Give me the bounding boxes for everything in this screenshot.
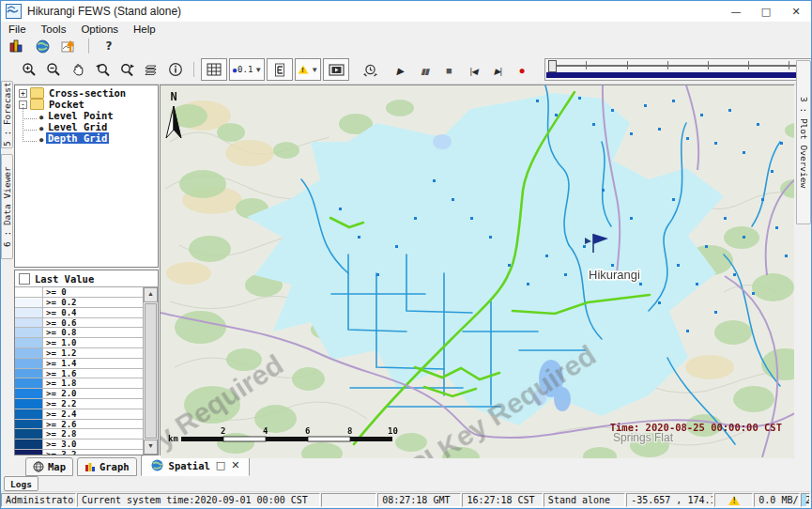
scrollbar-thumb[interactable]: [145, 303, 157, 439]
legend-row[interactable]: >= 0: [15, 287, 143, 298]
map-canvas[interactable]: API Key Required API Key Required N Hiku…: [161, 85, 795, 458]
chevron-down-icon: ▼: [311, 66, 318, 74]
scroll-up-icon[interactable]: ▲: [144, 287, 158, 302]
status-bar: Administrator Current system time:2020-0…: [1, 491, 811, 508]
logs-row: Logs: [1, 476, 811, 491]
legend-scrollbar[interactable]: ▲ ▼: [143, 287, 158, 455]
spatial-display-icon[interactable]: [31, 36, 54, 56]
legend-row[interactable]: >= 2.8: [15, 429, 143, 440]
tab-map[interactable]: Map: [25, 457, 73, 476]
last-value-label: Last Value: [35, 273, 94, 285]
legend-row[interactable]: >= 0.8: [15, 328, 143, 338]
tree-node-label[interactable]: Pocket: [47, 99, 86, 110]
tab-data-viewer[interactable]: 6 : Data Viewer: [1, 154, 13, 259]
scale-tick: 10: [388, 426, 398, 436]
help-button[interactable]: ?: [98, 36, 120, 56]
slider-handle[interactable]: [548, 60, 557, 72]
legend-row[interactable]: >= 2.4: [15, 409, 143, 420]
tree-node-depth-grid[interactable]: Depth Grid: [15, 132, 158, 144]
legend-row[interactable]: >= 1.6: [15, 369, 143, 379]
time-slider[interactable]: [544, 58, 812, 81]
stop-button[interactable]: [437, 59, 460, 80]
last-value-checkbox[interactable]: [19, 273, 30, 285]
zoom-previous-icon[interactable]: [91, 59, 114, 80]
pause-icon: [421, 61, 428, 78]
layers-icon[interactable]: [140, 59, 162, 80]
skip-to-start-button[interactable]: [462, 59, 484, 80]
legend-row[interactable]: >= 0.2: [15, 298, 143, 308]
menu-help[interactable]: Help: [126, 23, 163, 35]
menu-options[interactable]: Options: [73, 23, 126, 35]
legend-row[interactable]: >= 1.8: [15, 378, 143, 389]
legend-row[interactable]: >= 3.0: [15, 440, 143, 450]
time-navigator-icon[interactable]: [359, 59, 381, 80]
maximize-button[interactable]: □: [751, 1, 781, 22]
tree-connector: [23, 130, 37, 142]
help-glyph: ?: [106, 39, 113, 53]
legend-row[interactable]: >= 1.0: [15, 338, 143, 348]
zoom-out-icon[interactable]: [42, 59, 65, 80]
tree-node-label[interactable]: Level Point: [46, 110, 115, 121]
tree-node-cross-section[interactable]: + Cross-section: [15, 87, 158, 99]
warnings-dropdown[interactable]: ▼: [295, 58, 321, 81]
tab-graph[interactable]: Graph: [77, 457, 137, 476]
legend-rows: >= 0>= 0.2>= 0.4>= 0.6>= 0.8>= 1.0>= 1.2…: [15, 287, 143, 455]
close-panel-icon[interactable]: ✕: [231, 459, 239, 471]
legend-row[interactable]: >= 2.0: [15, 389, 143, 399]
tab-forecast[interactable]: 5 : Forecast: [1, 81, 13, 148]
zoom-next-icon[interactable]: [115, 59, 138, 80]
record-button[interactable]: [511, 59, 533, 80]
grid-display-icon[interactable]: [57, 36, 80, 56]
minimize-button[interactable]: —: [721, 1, 751, 22]
legend-row[interactable]: >= 2.6: [15, 420, 143, 430]
animation-movie-button[interactable]: [323, 58, 349, 81]
zoom-in-icon[interactable]: [18, 59, 40, 80]
play-button[interactable]: [389, 59, 411, 80]
contour-interval-dropdown[interactable]: ●0.1▼: [229, 58, 265, 81]
map-view[interactable]: API Key Required API Key Required N Hiku…: [160, 85, 794, 455]
globe-icon: [151, 459, 163, 471]
pan-hand-icon[interactable]: [67, 59, 89, 80]
slider-tick: [748, 61, 749, 69]
status-warning[interactable]: [714, 493, 753, 507]
legend-row-label: >= 1.6: [43, 369, 143, 378]
skip-to-end-button[interactable]: [486, 59, 509, 80]
legend-row[interactable]: >= 1.4: [15, 359, 143, 369]
menu-tools[interactable]: Tools: [34, 23, 74, 35]
toolbar-separator: [193, 62, 194, 77]
expand-icon[interactable]: +: [19, 89, 27, 98]
scroll-down-icon[interactable]: ▼: [144, 440, 158, 455]
legend-row[interactable]: >= 1.2: [15, 348, 143, 359]
tree-node-label[interactable]: Cross-section: [47, 87, 128, 99]
labels-toggle[interactable]: [267, 58, 293, 81]
tab-spatial-label: Spatial: [169, 460, 210, 471]
legend-panel: Last Value >= 0>= 0.2>= 0.4>= 0.6>= 0.8>…: [14, 270, 159, 455]
data-availability-bar: [546, 72, 812, 78]
logs-tab[interactable]: Logs: [4, 476, 38, 491]
legend-color-swatch: [15, 328, 43, 337]
tab-plot-overview[interactable]: 3 : Plot Overview: [796, 60, 811, 224]
status-network-speed: 0.0 MB/s: [754, 493, 800, 507]
legend-row-label: >= 2.0: [43, 389, 143, 398]
maximize-panel-icon[interactable]: □: [216, 459, 225, 471]
legend-row[interactable]: >= 3.2: [15, 450, 143, 455]
app-window: Hikurangi FEWS (Stand alone) — □ ✕ File …: [0, 0, 812, 509]
tree-node-label-selected[interactable]: Depth Grid: [46, 132, 109, 144]
grid-layer-toggle[interactable]: [201, 58, 227, 81]
legend-row[interactable]: >= 0.4: [15, 308, 143, 318]
legend-color-swatch: [15, 298, 43, 307]
legend-row[interactable]: >= 0.6: [15, 318, 143, 329]
tree-node-label[interactable]: Level Grid: [46, 121, 109, 132]
left-panel: + Cross-section - Pocket Level Point: [14, 85, 160, 455]
menu-file[interactable]: File: [1, 23, 34, 35]
legend-color-swatch: [15, 318, 43, 328]
close-button[interactable]: ✕: [781, 1, 811, 22]
title-bar[interactable]: Hikurangi FEWS (Stand alone) — □ ✕: [1, 1, 811, 22]
info-icon[interactable]: [164, 59, 187, 80]
skip-start-icon: [470, 61, 477, 78]
north-label: N: [170, 90, 176, 103]
legend-row[interactable]: >= 2.2: [15, 399, 143, 409]
pause-button[interactable]: [413, 59, 436, 80]
database-explorer-icon[interactable]: [5, 36, 27, 56]
slider-track: [551, 65, 812, 67]
